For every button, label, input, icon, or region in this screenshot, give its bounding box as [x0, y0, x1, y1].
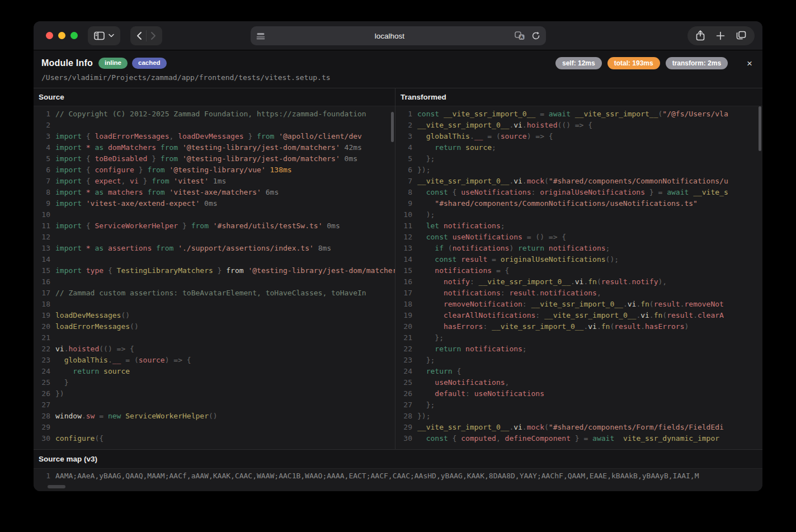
code-line: 20loadErrorMessages(): [34, 321, 395, 332]
line-number: 10: [395, 209, 412, 220]
code-line: 18 removeNotification: __vite_ssr_import…: [395, 299, 762, 310]
close-icon[interactable]: ×: [745, 59, 755, 68]
transformed-code: 1const __vite_ssr_import_0__ = await __v…: [395, 106, 762, 449]
code-line: 22vi.hoisted(() => {: [34, 343, 395, 355]
code-text: const { useNotifications: originalUseNot…: [417, 187, 728, 198]
code-line: 4import * as domMatchers from '@testing-…: [34, 142, 395, 153]
minimize-window-button[interactable]: [58, 32, 65, 39]
zoom-window-button[interactable]: [70, 32, 78, 39]
nav-divider: [146, 30, 147, 41]
line-number: 28: [395, 411, 412, 422]
translate-icon[interactable]: A: [515, 31, 525, 40]
code-text: import { configure } from '@testing-libr…: [55, 164, 292, 176]
badge: inline: [98, 58, 128, 69]
code-line: 29__vite_ssr_import_0__.vi.mock("#shared…: [395, 422, 762, 433]
line-number: 20: [395, 321, 412, 332]
code-line: 12: [34, 232, 395, 243]
code-line: 23 };: [395, 355, 762, 366]
code-text: const __vite_ssr_import_0__ = await __vi…: [417, 109, 728, 120]
module-badges: inlinecached: [98, 58, 167, 69]
transformed-panel-title: Transformed: [395, 88, 762, 106]
code-text: import { toBeDisabled } from '@testing-l…: [55, 153, 357, 164]
code-line: 26}): [34, 388, 395, 399]
code-text: notifications = {: [417, 265, 509, 276]
code-line: 14: [34, 254, 395, 265]
code-line: 7__vite_ssr_import_0__.vi.mock("#shared/…: [395, 176, 762, 187]
code-line: 9 "#shared/components/CommonNotification…: [395, 198, 762, 209]
back-button[interactable]: [136, 31, 142, 40]
code-line: 5import { toBeDisabled } from '@testing-…: [34, 153, 395, 164]
code-line: 18: [34, 299, 395, 310]
code-line: 30 const { computed, defineComponent } =…: [395, 433, 762, 444]
code-text: "#shared/components/CommonNotifications/…: [417, 198, 698, 209]
code-line: 21 };: [395, 332, 762, 343]
svg-text:A: A: [520, 35, 523, 40]
code-text: loadDevMessages(): [55, 310, 130, 321]
code-line: 17 notifications: result.notifications,: [395, 288, 762, 299]
line-number: 16: [34, 276, 50, 288]
code-line: 6});: [395, 164, 762, 176]
line-number: 21: [34, 332, 50, 343]
sidebar-toggle-button[interactable]: [88, 26, 120, 45]
line-number: 6: [395, 164, 412, 176]
code-text: hasErrors: __vite_ssr_import_0__.vi.fn(r…: [417, 321, 689, 332]
code-line: 22 return notifications;: [395, 343, 762, 355]
code-line: 17// Zammad custom assertions: toBeAvata…: [34, 288, 395, 299]
line-number: 22: [395, 343, 412, 355]
code-text: import * as assertions from './support/a…: [55, 243, 331, 254]
line-number: 23: [34, 355, 50, 366]
code-line: 29: [34, 422, 395, 433]
line-number: 24: [34, 366, 50, 377]
code-text: import { loadErrorMessages, loadDevMessa…: [55, 131, 362, 142]
code-line: 4 return source;: [395, 142, 762, 153]
code-line: 20 hasErrors: __vite_ssr_import_0__.vi.f…: [395, 321, 762, 332]
code-text: return source;: [417, 142, 496, 153]
line-number: 14: [395, 254, 412, 265]
line-number: 17: [395, 288, 412, 299]
code-line: 10 );: [395, 209, 762, 220]
source-panel: Source 1// Copyright (C) 2012-2025 Zamma…: [34, 88, 395, 449]
code-text: notify: __vite_ssr_import_0__.vi.fn(resu…: [417, 276, 667, 288]
source-scrollbar[interactable]: [391, 112, 394, 142]
code-line: 25 useNotifications,: [395, 377, 762, 388]
code-line: 1// Copyright (C) 2012-2025 Zammad Found…: [34, 109, 395, 120]
line-number: 25: [395, 377, 412, 388]
code-line: 10: [34, 209, 395, 220]
timing-pills: self: 12mstotal: 193mstransform: 2ms: [555, 57, 728, 69]
reload-icon[interactable]: [531, 31, 540, 40]
code-line: 1const __vite_ssr_import_0__ = await __v…: [395, 109, 762, 120]
code-line: 26 default: useNotifications: [395, 388, 762, 399]
code-text: };: [417, 153, 435, 164]
line-number: 1: [34, 109, 50, 120]
transformed-scrollbar[interactable]: [759, 106, 761, 151]
code-text: // Copyright (C) 2012-2025 Zammad Founda…: [55, 109, 366, 120]
new-tab-icon[interactable]: [716, 31, 725, 40]
code-line: 28window.sw = new ServiceWorkerHelper(): [34, 411, 395, 422]
code-text: let notifications;: [417, 220, 505, 232]
code-text: import 'vitest-axe/extend-expect' 0ms: [55, 198, 218, 209]
sourcemap-horizontal-scrollbar[interactable]: [48, 485, 65, 488]
close-window-button[interactable]: [46, 32, 53, 39]
code-text: vi.hoisted(() => {: [55, 343, 134, 355]
line-number: 9: [395, 198, 412, 209]
address-bar[interactable]: localhost A: [251, 26, 546, 45]
line-number: 27: [34, 399, 50, 411]
tab-overview-icon[interactable]: [736, 31, 746, 40]
page-title: Module Info: [41, 58, 93, 68]
code-line: 27 };: [395, 399, 762, 411]
line-number: 22: [34, 343, 50, 355]
code-text: import * as matchers from 'vitest-axe/ma…: [55, 187, 279, 198]
browser-window: localhost A: [34, 21, 762, 491]
forward-button[interactable]: [150, 31, 156, 40]
line-number: 2: [395, 120, 412, 131]
code-line: 16: [34, 276, 395, 288]
line-number: 15: [395, 265, 412, 276]
traffic-lights: [41, 32, 78, 39]
line-number: 30: [395, 433, 412, 444]
code-text: __vite_ssr_import_0__.vi.mock("#shared/c…: [417, 422, 724, 433]
chevron-down-icon: [109, 34, 114, 37]
share-icon[interactable]: [696, 30, 705, 41]
code-text: return {: [417, 366, 461, 377]
line-number: 18: [34, 299, 50, 310]
code-line: 11import { ServiceWorkerHelper } from '#…: [34, 220, 395, 232]
